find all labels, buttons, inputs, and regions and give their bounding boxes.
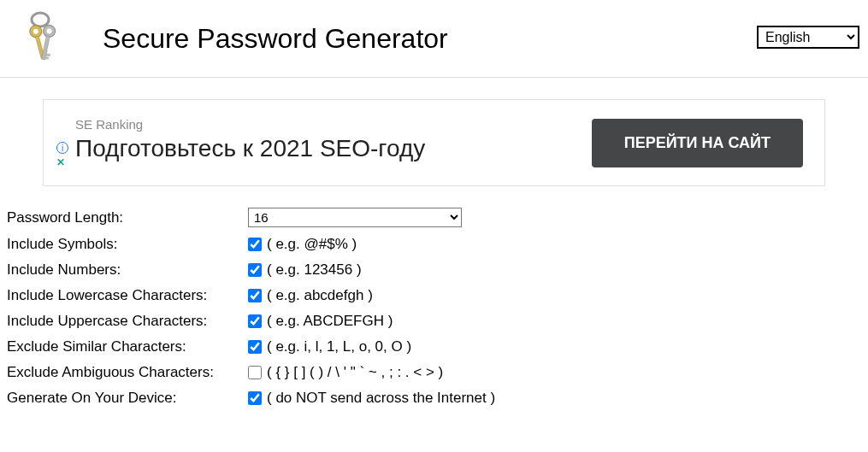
hint-exclude-ambiguous: ( { } [ ] ( ) / \ ' " ` ~ , ; : . < > ) (267, 364, 443, 381)
row-include-symbols: Include Symbols: ( e.g. @#$% ) (7, 236, 861, 253)
svg-rect-10 (45, 56, 50, 60)
ad-marker: i ✕ (56, 117, 68, 168)
label-include-uppercase: Include Uppercase Characters: (7, 313, 248, 330)
label-include-symbols: Include Symbols: (7, 236, 248, 253)
row-include-uppercase: Include Uppercase Characters: ( e.g. ABC… (7, 313, 861, 330)
row-password-length: Password Length: 16 (7, 208, 861, 227)
row-exclude-ambiguous: Exclude Ambiguous Characters: ( { } [ ] … (7, 364, 861, 381)
options-form: Password Length: 16 Include Symbols: ( e… (0, 208, 868, 407)
hint-include-numbers: ( e.g. 123456 ) (267, 261, 362, 279)
header: Secure Password Generator English (0, 0, 868, 78)
hint-generate-on-device: ( do NOT send across the Internet ) (267, 390, 495, 407)
checkbox-generate-on-device[interactable] (248, 391, 262, 405)
label-password-length: Password Length: (7, 209, 248, 226)
hint-include-uppercase: ( e.g. ABCDEFGH ) (267, 313, 393, 330)
checkbox-include-numbers[interactable] (248, 263, 262, 277)
row-generate-on-device: Generate On Your Device: ( do NOT send a… (7, 390, 861, 407)
ad-cta-button[interactable]: ПЕРЕЙТИ НА САЙТ (592, 119, 803, 167)
ad-banner[interactable]: i ✕ SE Ranking Подготовьтесь к 2021 SEO-… (43, 99, 825, 186)
password-length-select[interactable]: 16 (248, 208, 462, 227)
checkbox-exclude-similar[interactable] (248, 340, 262, 354)
label-exclude-similar: Exclude Similar Characters: (7, 338, 248, 355)
checkbox-include-uppercase[interactable] (248, 314, 262, 328)
keys-logo-icon (17, 9, 68, 68)
hint-include-lowercase: ( e.g. abcdefgh ) (267, 287, 373, 304)
ad-headline: Подготовьтесь к 2021 SEO-году (75, 135, 425, 162)
checkbox-include-symbols[interactable] (248, 238, 262, 251)
svg-rect-9 (46, 53, 51, 56)
label-include-lowercase: Include Lowercase Characters: (7, 287, 248, 304)
hint-include-symbols: ( e.g. @#$% ) (267, 236, 357, 253)
row-include-lowercase: Include Lowercase Characters: ( e.g. abc… (7, 287, 861, 304)
row-include-numbers: Include Numbers: ( e.g. 123456 ) (7, 261, 861, 279)
label-include-numbers: Include Numbers: (7, 261, 248, 279)
ad-info-icon[interactable]: i (56, 142, 68, 154)
page-title: Secure Password Generator (103, 23, 448, 55)
ad-brand: SE Ranking (75, 117, 425, 132)
svg-point-0 (32, 13, 49, 26)
hint-exclude-similar: ( e.g. i, l, 1, L, o, 0, O ) (267, 338, 411, 355)
checkbox-include-lowercase[interactable] (248, 289, 262, 302)
label-generate-on-device: Generate On Your Device: (7, 390, 248, 407)
row-exclude-similar: Exclude Similar Characters: ( e.g. i, l,… (7, 338, 861, 355)
language-select[interactable]: English (757, 26, 859, 49)
ad-close-icon[interactable]: ✕ (56, 156, 68, 168)
checkbox-exclude-ambiguous[interactable] (248, 366, 262, 379)
label-exclude-ambiguous: Exclude Ambiguous Characters: (7, 364, 248, 381)
